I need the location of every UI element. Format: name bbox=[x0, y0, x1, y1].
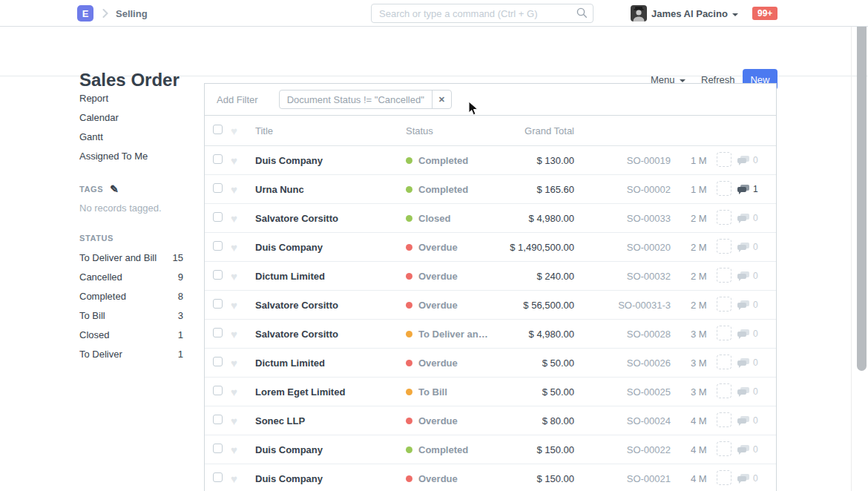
like-icon[interactable]: ♥ bbox=[231, 155, 255, 166]
like-icon[interactable]: ♥ bbox=[231, 444, 255, 455]
row-title[interactable]: Duis Company bbox=[255, 155, 406, 166]
table-row[interactable]: ♥ Salvatore Corsitto Closed $ 4,980.00 S… bbox=[205, 204, 776, 233]
comment-count[interactable]: 0 bbox=[737, 300, 769, 310]
row-id[interactable]: SO-00002 bbox=[574, 184, 671, 195]
edit-tags-icon[interactable]: ✎ bbox=[110, 183, 119, 195]
row-checkbox[interactable] bbox=[213, 357, 223, 366]
row-title[interactable]: Lorem Eget Limited bbox=[255, 386, 406, 398]
like-icon[interactable]: ♥ bbox=[231, 213, 255, 224]
row-title[interactable]: Salvatore Corsitto bbox=[255, 300, 406, 311]
comment-count[interactable]: 0 bbox=[737, 473, 769, 484]
comment-count[interactable]: 0 bbox=[737, 213, 769, 223]
like-icon[interactable]: ♥ bbox=[231, 300, 255, 311]
row-id[interactable]: SO-00021 bbox=[574, 473, 671, 484]
comment-count[interactable]: 0 bbox=[737, 415, 769, 426]
status-filter-item[interactable]: Completed 8 bbox=[79, 286, 183, 306]
row-id[interactable]: SO-00028 bbox=[574, 329, 671, 340]
sidebar-view-item[interactable]: Assigned To Me bbox=[79, 146, 204, 165]
comment-count[interactable]: 0 bbox=[737, 155, 769, 165]
comment-count[interactable]: 0 bbox=[737, 444, 769, 455]
row-title[interactable]: Duis Company bbox=[255, 473, 406, 484]
sidebar-view-item[interactable]: Report bbox=[79, 88, 204, 108]
assign-placeholder[interactable] bbox=[717, 470, 731, 485]
row-checkbox[interactable] bbox=[213, 270, 223, 280]
status-filter-item[interactable]: To Deliver and Bill 15 bbox=[79, 248, 183, 267]
row-id[interactable]: SO-00022 bbox=[574, 444, 671, 455]
table-row[interactable]: ♥ Duis Company Overdue $ 1,490,500.00 SO… bbox=[205, 233, 776, 262]
row-checkbox[interactable] bbox=[213, 299, 223, 309]
like-icon[interactable]: ♥ bbox=[231, 473, 255, 484]
like-icon[interactable]: ♥ bbox=[231, 242, 255, 253]
like-icon[interactable]: ♥ bbox=[231, 271, 255, 282]
assign-placeholder[interactable] bbox=[717, 412, 731, 427]
row-title[interactable]: Salvatore Corsitto bbox=[255, 329, 406, 340]
row-checkbox[interactable] bbox=[213, 183, 223, 193]
comment-count[interactable]: 0 bbox=[737, 329, 769, 339]
row-id[interactable]: SO-00024 bbox=[574, 415, 671, 426]
assign-placeholder[interactable] bbox=[717, 239, 731, 254]
row-title[interactable]: Duis Company bbox=[255, 444, 406, 455]
assign-placeholder[interactable] bbox=[717, 355, 731, 369]
status-filter-item[interactable]: To Bill 3 bbox=[79, 306, 183, 325]
row-id[interactable]: SO-00031-3 bbox=[574, 300, 671, 311]
row-title[interactable]: Dictum Limited bbox=[255, 357, 406, 369]
status-filter-item[interactable]: To Deliver 1 bbox=[79, 344, 183, 363]
assign-placeholder[interactable] bbox=[717, 152, 731, 167]
assign-placeholder[interactable] bbox=[717, 297, 731, 312]
comment-count[interactable]: 0 bbox=[737, 271, 769, 281]
row-title[interactable]: Duis Company bbox=[255, 242, 406, 253]
assign-placeholder[interactable] bbox=[717, 441, 731, 456]
assign-placeholder[interactable] bbox=[717, 181, 731, 196]
table-row[interactable]: ♥ Dictum Limited Overdue $ 240.00 SO-000… bbox=[205, 262, 776, 291]
row-id[interactable]: SO-00019 bbox=[574, 155, 671, 166]
status-filter-item[interactable]: Cancelled 9 bbox=[79, 267, 183, 286]
like-icon[interactable]: ♥ bbox=[231, 357, 255, 369]
row-id[interactable]: SO-00033 bbox=[574, 213, 671, 224]
user-menu[interactable]: James Al Pacino bbox=[651, 8, 738, 19]
sidebar-view-item[interactable]: Gantt bbox=[79, 127, 204, 146]
row-checkbox[interactable] bbox=[213, 154, 223, 164]
row-checkbox[interactable] bbox=[213, 415, 223, 424]
scrollbar-thumb[interactable] bbox=[857, 1, 867, 371]
add-filter-button[interactable]: Add Filter bbox=[217, 94, 258, 105]
comment-count[interactable]: 0 bbox=[737, 357, 769, 368]
filter-chip-label[interactable]: Document Status != "Cancelled" bbox=[280, 90, 432, 108]
like-icon[interactable]: ♥ bbox=[231, 184, 255, 195]
like-icon[interactable]: ♥ bbox=[231, 386, 255, 398]
comment-count[interactable]: 0 bbox=[737, 242, 769, 252]
app-logo[interactable]: E bbox=[77, 5, 93, 22]
row-title[interactable]: Dictum Limited bbox=[255, 271, 406, 282]
like-icon[interactable]: ♥ bbox=[231, 415, 255, 426]
row-checkbox[interactable] bbox=[213, 328, 223, 337]
table-row[interactable]: ♥ Salvatore Corsitto To Deliver an… $ 4,… bbox=[205, 320, 776, 349]
search-input[interactable] bbox=[371, 4, 594, 23]
row-title[interactable]: Sonec LLP bbox=[255, 415, 406, 426]
row-id[interactable]: SO-00020 bbox=[574, 242, 671, 253]
comment-count[interactable]: 0 bbox=[737, 386, 769, 397]
table-row[interactable]: ♥ Duis Company Overdue $ 150.00 SO-00021… bbox=[205, 464, 776, 491]
select-all-checkbox[interactable] bbox=[213, 125, 223, 134]
row-id[interactable]: SO-00032 bbox=[574, 271, 671, 282]
comment-count[interactable]: 1 bbox=[737, 184, 769, 194]
row-title[interactable]: Salvatore Corsitto bbox=[255, 213, 406, 224]
row-checkbox[interactable] bbox=[213, 444, 223, 453]
assign-placeholder[interactable] bbox=[717, 326, 731, 340]
table-row[interactable]: ♥ Duis Company Completed $ 130.00 SO-000… bbox=[205, 146, 776, 175]
search-icon[interactable] bbox=[576, 7, 588, 21]
breadcrumb[interactable]: Selling bbox=[116, 8, 148, 19]
table-row[interactable]: ♥ Urna Nunc Completed $ 165.60 SO-00002 … bbox=[205, 175, 776, 204]
assign-placeholder[interactable] bbox=[717, 210, 731, 225]
table-row[interactable]: ♥ Sonec LLP Overdue $ 80.00 SO-00024 4 M… bbox=[205, 406, 776, 435]
row-checkbox[interactable] bbox=[213, 472, 223, 482]
row-checkbox[interactable] bbox=[213, 386, 223, 395]
row-id[interactable]: SO-00025 bbox=[574, 386, 671, 398]
table-row[interactable]: ♥ Dictum Limited Overdue $ 50.00 SO-0002… bbox=[205, 349, 776, 378]
remove-filter-icon[interactable]: ✕ bbox=[432, 90, 451, 108]
row-checkbox[interactable] bbox=[213, 241, 223, 251]
notification-badge[interactable]: 99+ bbox=[752, 7, 777, 20]
avatar[interactable] bbox=[631, 5, 647, 22]
row-checkbox[interactable] bbox=[213, 212, 223, 222]
assign-placeholder[interactable] bbox=[717, 268, 731, 283]
table-row[interactable]: ♥ Duis Company Completed $ 150.00 SO-000… bbox=[205, 435, 776, 464]
like-filter-icon[interactable]: ♥ bbox=[231, 125, 255, 136]
